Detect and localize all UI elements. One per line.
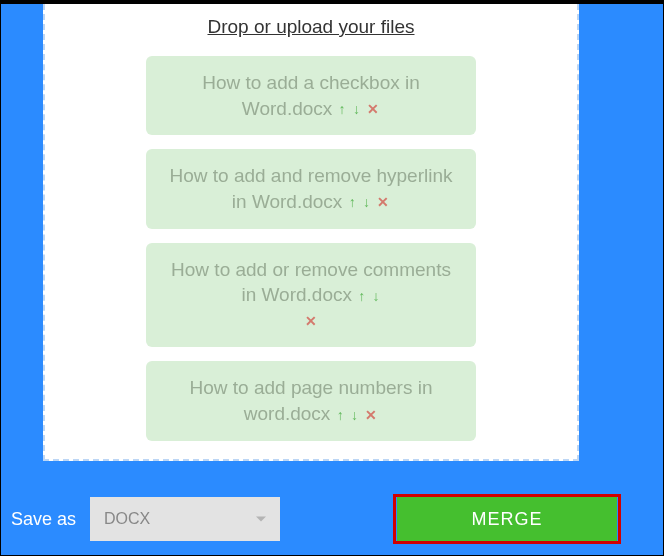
file-item: How to add a checkbox in Word.docx ↑ ↓ ✕ (146, 56, 476, 135)
file-name: How to add or remove comments in Word.do… (171, 259, 451, 306)
file-item: How to add and remove hyperlink in Word.… (146, 149, 476, 228)
file-name: How to add page numbers in word.docx (190, 377, 433, 424)
delete-icon[interactable]: ✕ (365, 406, 377, 425)
file-item: How to add or remove comments in Word.do… (146, 243, 476, 348)
dropzone[interactable]: Drop or upload your files How to add a c… (43, 4, 579, 461)
file-name: How to add and remove hyperlink in Word.… (169, 165, 452, 212)
delete-icon[interactable]: ✕ (305, 312, 317, 331)
file-controls: ↑ ↓ ✕ (338, 98, 381, 119)
bottom-bar: Save as DOCX MERGE (1, 483, 663, 555)
file-controls: ↑ ↓ ✕ (336, 403, 379, 424)
file-list: How to add a checkbox in Word.docx ↑ ↓ ✕… (45, 56, 577, 451)
merge-button[interactable]: MERGE (397, 497, 617, 541)
file-item: How to add page numbers in word.docx ↑ ↓… (146, 361, 476, 440)
delete-icon[interactable]: ✕ (367, 100, 379, 119)
file-controls: ↑ ↓ ✕ (348, 191, 391, 212)
move-up-icon[interactable]: ↑ (337, 406, 344, 425)
move-up-icon[interactable]: ↑ (349, 193, 356, 212)
format-select[interactable]: DOCX (90, 497, 280, 541)
move-down-icon[interactable]: ↓ (363, 193, 370, 212)
move-up-icon[interactable]: ↑ (358, 287, 365, 306)
delete-icon[interactable]: ✕ (377, 193, 389, 212)
format-value: DOCX (104, 510, 150, 528)
dropzone-title[interactable]: Drop or upload your files (208, 16, 415, 38)
file-name: How to add a checkbox in Word.docx (202, 72, 420, 119)
move-down-icon[interactable]: ↓ (351, 406, 358, 425)
move-down-icon[interactable]: ↓ (353, 100, 360, 119)
save-as-label: Save as (11, 509, 76, 530)
chevron-down-icon (256, 517, 266, 522)
move-down-icon[interactable]: ↓ (373, 287, 380, 306)
move-up-icon[interactable]: ↑ (339, 100, 346, 119)
